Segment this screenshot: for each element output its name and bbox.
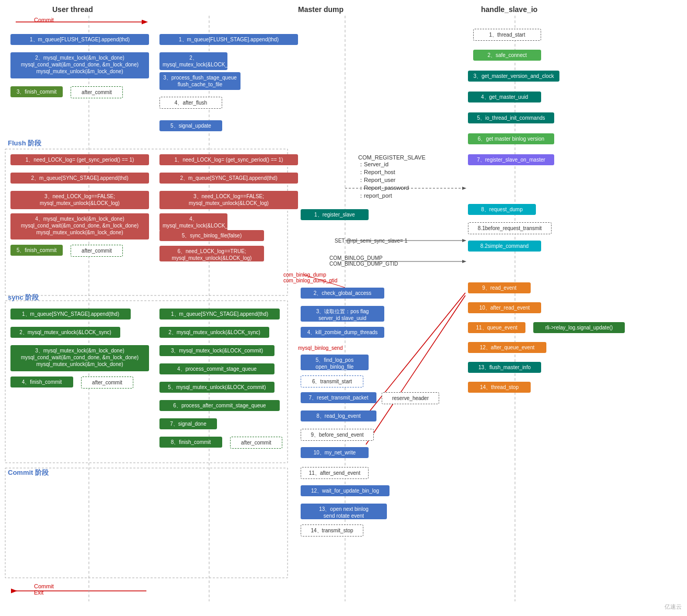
slave-box5: 5、io_thread_init_commands [468,112,554,123]
slave-box8-2: 8.2simple_command [468,241,541,252]
commit-ut2-box8a: 8、finish_commit [159,437,222,448]
dump-box9: 9、before_send_event [301,429,374,441]
slave-box2: 2、safe_connect [473,50,541,61]
flush-ut1-box3b: after_commit [71,86,123,98]
flush-ut2-box5: 5、signal_update [159,120,222,131]
commit-ut1-box1: 1、m_queue[SYNC_STAGE].append(thd) [10,309,131,320]
sync-ut2-box6: 6、need_LOCK_log==TRUE;mysql_mutex_unlock… [159,246,264,261]
section-sync-label: sync 阶段 [8,293,39,302]
dump-box3: 3、读取位置：pos flagserver_id slave_uuid [301,306,384,322]
commit-ut1-box2: 2、mysql_mutex_unlock(&LOCK_sync) [10,327,120,338]
flush-ut2-box2: 2、mysql_mutex_lock(&LOCK_log) [159,52,227,70]
col-header-master-dump: Master dump [298,5,344,14]
flush-ut1-box2: 2、mysql_mutex_lock(&m_lock_done)mysql_co… [10,52,149,78]
commit-ut1-box3: 3、mysql_mutex_lock(&m_lock_done)mysql_co… [10,345,149,371]
flush-ut2-box3: 3、process_flush_stage_queueflush_cache_t… [159,72,241,90]
slave-box10: 10、after_read_event [468,302,541,313]
commit-ut2-box5: 5、mysql_mutex_unlock(&LOCK_commit) [159,382,274,393]
svg-rect-8 [5,468,288,578]
sync-ut1-box1: 1、need_LOCK_log= (get_sync_period() == 1… [10,154,149,165]
sync-ut1-box3: 3、need_LOCK_log==FALSE;mysql_mutex_unloc… [10,191,149,209]
sync-ut1-box5a: 5、finish_commit [10,245,63,256]
com-binlog-dump-red: com_binlog_dumpcom_binlog_dump_gtid [283,272,337,283]
slave-box6: 6、get master binlog version [468,133,554,144]
set-rpl-label: SET @rpl_semi_sync_slave= 1 [335,238,407,244]
slave-box14: 14、thread_stop [468,382,531,393]
dump-box11: 11、after_send_event [301,467,369,479]
commit-ut1-box4: 4、finish_commit [10,377,73,387]
slave-box7: 7、register_slave_on_master [468,154,554,165]
commit-ut2-box3: 3、mysql_mutex_lock(&LOCK_commit) [159,345,274,356]
col-header-handle-slave-io: handle_slave_io [481,5,537,14]
commit-ut2-box8b: after_commit [230,437,282,449]
dump-label-mysql-binlog-send: mysql_binlog_send [298,345,343,351]
dump-box12: 12、wait_for_update_bin_log [301,485,390,496]
dump-box2: 2、check_global_access [301,288,384,299]
dump-box4: 4、kill_zombie_dump_threads [301,327,384,338]
section-commit-label: Commit 阶段 [8,468,49,477]
slave-box4: 4、get_master_uuid [468,92,541,102]
commit-ut1-box4b: after_commit [81,377,133,389]
dump-box5: 5、find_log_posopen_binlog_file [301,355,369,370]
slave-box8-1: 8.1before_request_transmit [468,222,552,234]
slave-box13: 13、flush_master_info [468,362,541,373]
commit-ut2-box1: 1、m_queue[SYNC_STAGE].append(thd) [159,309,280,320]
dump-box8: 8、read_log_event [301,410,376,421]
sync-ut2-box4: 4、mysql_mutex_lock(&LOCK_sync) [159,213,227,231]
section-flush-label: Flush 阶段 [8,139,41,148]
sync-ut2-box2: 2、m_queue[SYNC_STAGE].append(thd) [159,173,298,184]
diagram-container: User thread Master dump handle_slave_io … [0,0,687,616]
slave-box1: 1、thread_start [473,29,541,41]
commit-ut2-box2: 2、mysql_mutex_unlock(&LOCK_sync) [159,327,269,338]
watermark: 亿速云 [665,603,682,611]
commit-ut2-box7: 7、signal_done [159,418,217,429]
commit-label-top: Commit [34,17,54,23]
commit-ut2-box6: 6、process_after_commit_stage_queue [159,400,280,411]
sync-ut2-box1: 1、need_LOCK_log= (get_sync_period() == 1… [159,154,298,165]
commit-label-bottom: CommitExit [34,583,54,596]
dump-box14: 14、transmit_stop [301,524,363,537]
dump-box7: 7、reset_transmit_packet [301,392,376,403]
slave-box11b: rli->relay_log.signal_update() [533,322,625,333]
sync-ut1-box4: 4、mysql_mutex_lock(&m_lock_done)mysql_co… [10,213,149,239]
slave-box12: 12、after_queue_event [468,342,546,353]
slave-box9: 9、read_event [468,282,531,293]
flush-ut2-box1: 1、m_queue[FLUSH_STAGE].append(thd) [159,34,298,45]
dump-box10: 10、my_net_write [301,447,369,458]
flush-ut1-box3a: 3、finish_commit [10,86,63,97]
slave-box3: 3、get_master_version_and_clock [468,71,559,82]
com-register-slave-label: COM_REGISTER_SLAVE ：Server_id ：Report_ho… [358,154,426,200]
commit-ut2-box4: 4、process_commit_stage_queue [159,363,274,374]
flush-ut1-box1: 1、m_queue[FLUSH_STAGE].append(thd) [10,34,149,45]
slave-box11: 11、queue_event [468,322,525,333]
dump-box13: 13、open next binlogsend rotate event [301,504,387,519]
dump-box6: 6、transmit_start [301,375,363,387]
dump-box7b: reserve_header [382,392,439,404]
slave-box8: 8、request_dump [468,204,536,215]
sync-ut1-box5b: after_commit [71,245,123,257]
sync-ut2-box5: 5、sync_binlog_file(false) [159,230,264,241]
flush-ut2-box4: 4、after_flush [159,97,222,109]
sync-ut1-box2: 2、m_queue[SYNC_STAGE].append(thd) [10,173,149,184]
sync-ut2-box3: 3、need_LOCK_log==FALSE;mysql_mutex_unloc… [159,191,298,209]
dump-register-slave: 1、register_slave [301,209,369,220]
com-binlog-dump-label: COM_BINLOG_DUMPCOM_BINLOG_DUMP_GTID [329,255,398,267]
col-header-user-thread: User thread [52,5,93,14]
